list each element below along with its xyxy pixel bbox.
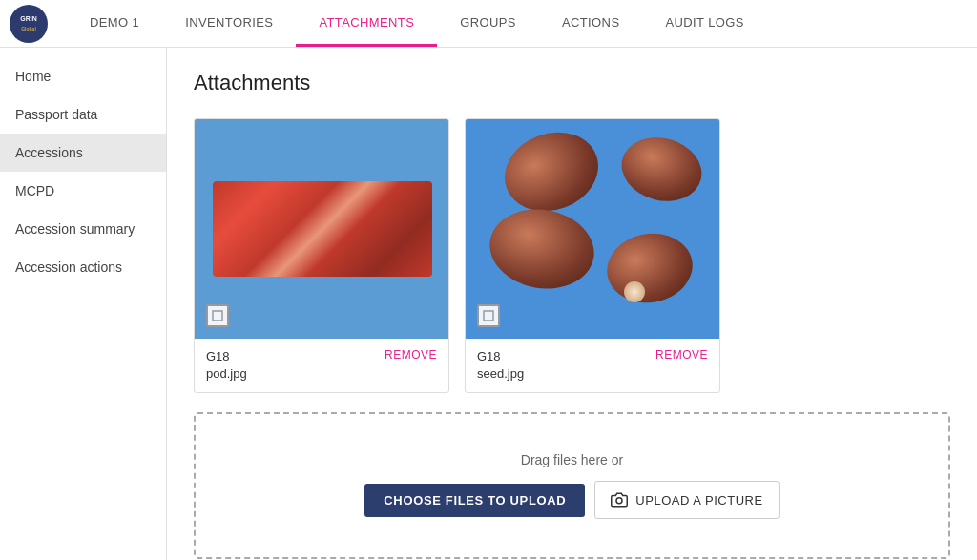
svg-point-5: [616, 498, 622, 504]
pod-image: [195, 119, 449, 339]
pod-filename: G18 pod.jpg: [206, 348, 247, 383]
camera-icon: [611, 491, 628, 508]
seed-checkbox[interactable]: [477, 304, 500, 327]
svg-rect-3: [213, 311, 222, 321]
seed-highlight: [624, 281, 645, 302]
seed-image-info: G18 seed.jpg REMOVE: [466, 339, 719, 392]
pod-image-info: G18 pod.jpg REMOVE: [195, 339, 448, 392]
svg-rect-4: [484, 311, 493, 321]
image-thumbnail-pod[interactable]: [195, 119, 449, 339]
sidebar: Home Passport data Accessions MCPD Acces…: [0, 48, 167, 560]
seed-bean-2: [614, 129, 709, 210]
svg-text:GRIN: GRIN: [20, 15, 37, 22]
upload-picture-button[interactable]: UPLOAD A PICTURE: [594, 481, 779, 519]
nav-items: DEMO 1 INVENTORIES ATTACHMENTS GROUPS AC…: [67, 0, 967, 47]
nav-item-actions[interactable]: ACTIONS: [539, 0, 643, 47]
pod-remove-button[interactable]: REMOVE: [385, 348, 437, 362]
image-card-pod: G18 pod.jpg REMOVE: [194, 118, 449, 393]
image-thumbnail-seed[interactable]: [466, 119, 720, 339]
nav-item-groups[interactable]: GROUPS: [437, 0, 539, 47]
nav-item-audit-logs[interactable]: AUDIT LOGS: [642, 0, 766, 47]
app-layout: Home Passport data Accessions MCPD Acces…: [0, 48, 977, 560]
seed-remove-button[interactable]: REMOVE: [655, 348, 708, 362]
top-nav: GRIN Global DEMO 1 INVENTORIES ATTACHMEN…: [0, 0, 977, 48]
app-logo: GRIN Global: [10, 5, 48, 43]
upload-area: Drag files here or CHOOSE FILES TO UPLOA…: [194, 412, 950, 559]
choose-files-button[interactable]: CHOOSE FILES TO UPLOAD: [364, 484, 585, 517]
seed-filename: G18 seed.jpg: [477, 348, 524, 383]
seed-bean-3: [484, 201, 601, 297]
main-content: Attachments G18: [167, 48, 977, 560]
upload-buttons: CHOOSE FILES TO UPLOAD UPLOAD A PICTURE: [364, 481, 779, 519]
image-grid: G18 pod.jpg REMOVE: [194, 118, 950, 393]
nav-item-inventories[interactable]: INVENTORIES: [162, 0, 296, 47]
sidebar-item-accession-actions[interactable]: Accession actions: [0, 248, 166, 286]
camera-button-label: UPLOAD A PICTURE: [635, 493, 762, 508]
sidebar-item-passport-data[interactable]: Passport data: [0, 95, 166, 134]
sidebar-item-home[interactable]: Home: [0, 57, 166, 95]
seed-image: [466, 119, 720, 339]
page-title: Attachments: [194, 71, 950, 95]
pod-image-inner: [213, 181, 432, 277]
image-card-seed: G18 seed.jpg REMOVE: [465, 118, 720, 393]
pod-checkbox[interactable]: [206, 304, 229, 327]
drag-text: Drag files here or: [521, 452, 623, 467]
sidebar-item-accessions[interactable]: Accessions: [0, 134, 166, 172]
seed-bean-1: [493, 119, 609, 223]
nav-item-demo1[interactable]: DEMO 1: [67, 0, 162, 47]
seed-bean-4: [601, 227, 697, 310]
svg-text:Global: Global: [21, 26, 36, 31]
sidebar-item-mcpd[interactable]: MCPD: [0, 172, 166, 210]
svg-point-0: [10, 6, 47, 42]
nav-item-attachments[interactable]: ATTACHMENTS: [296, 0, 437, 47]
sidebar-item-accession-summary[interactable]: Accession summary: [0, 210, 166, 248]
